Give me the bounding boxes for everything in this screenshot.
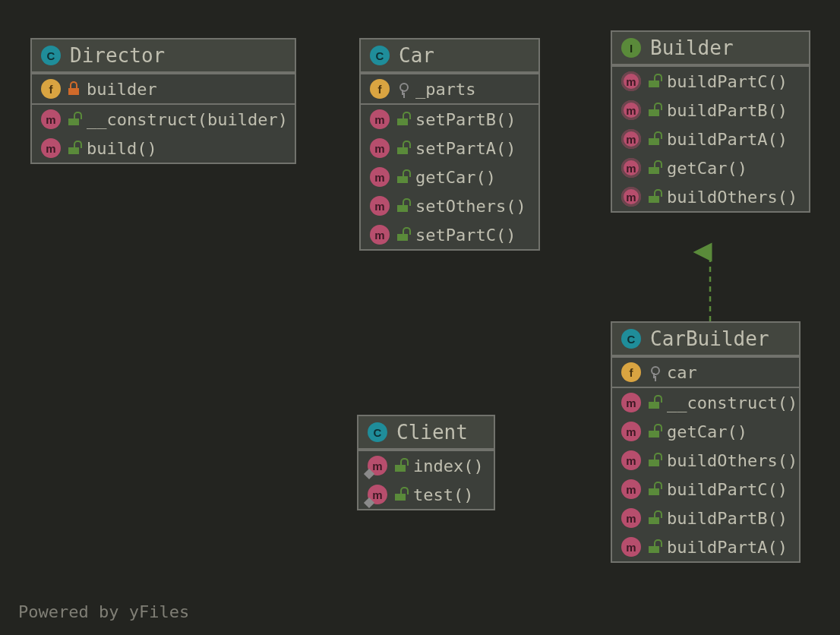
member-label: setPartC() bbox=[415, 226, 516, 245]
member-label: buildPartC() bbox=[667, 480, 788, 499]
public-icon bbox=[397, 171, 408, 183]
public-icon bbox=[649, 396, 659, 409]
member-row: mbuildPartA() bbox=[612, 532, 799, 561]
member-label: setOthers() bbox=[415, 197, 526, 216]
method-icon: m bbox=[621, 100, 641, 120]
member-row: mgetCar() bbox=[612, 153, 809, 182]
class-icon: C bbox=[621, 329, 641, 349]
member-row: msetOthers() bbox=[361, 191, 538, 220]
member-label: __construct() bbox=[667, 393, 797, 412]
public-icon bbox=[649, 191, 659, 203]
member-row: mbuildPartA() bbox=[612, 125, 809, 153]
member-row: mbuild() bbox=[32, 134, 295, 163]
member-row: mbuildPartC() bbox=[612, 65, 809, 96]
fields-section: f_parts bbox=[361, 73, 538, 103]
method-icon: m bbox=[621, 158, 641, 178]
interface-icon: I bbox=[621, 38, 641, 58]
member-label: getCar() bbox=[667, 159, 747, 178]
member-row: msetPartB() bbox=[361, 103, 538, 134]
member-label: getCar() bbox=[415, 168, 496, 187]
method-icon: m bbox=[41, 138, 61, 158]
class-title: I Builder bbox=[612, 32, 809, 65]
uml-class-carbuilder[interactable]: C CarBuilder fcar m__construct()mgetCar(… bbox=[611, 321, 801, 563]
public-icon bbox=[649, 133, 659, 145]
class-icon: C bbox=[368, 422, 387, 442]
private-icon bbox=[68, 83, 79, 95]
method-icon: m bbox=[370, 138, 390, 158]
member-label: build() bbox=[87, 139, 157, 158]
method-icon: m bbox=[621, 129, 641, 149]
member-label: setPartB() bbox=[415, 110, 516, 129]
realization-arrow bbox=[695, 243, 725, 336]
uml-class-car[interactable]: C Car f_parts msetPartB()msetPartA()mget… bbox=[359, 38, 540, 251]
public-icon bbox=[649, 104, 659, 116]
member-row: mtest() bbox=[358, 480, 494, 509]
member-label: buildOthers() bbox=[667, 451, 797, 470]
member-row: mbuildPartC() bbox=[612, 475, 799, 504]
method-icon: m bbox=[621, 537, 641, 557]
field-icon: f bbox=[621, 362, 641, 382]
public-icon bbox=[395, 460, 406, 472]
methods-section: m__construct()mgetCar()mbuildOthers()mbu… bbox=[612, 387, 799, 561]
member-row: m__construct(builder) bbox=[32, 103, 295, 134]
public-icon bbox=[68, 142, 79, 154]
powered-by-label: Powered by yFiles bbox=[18, 602, 189, 621]
method-icon: m bbox=[621, 450, 641, 470]
member-label: buildPartB() bbox=[667, 509, 788, 528]
protected-icon bbox=[397, 83, 408, 95]
class-title: C Director bbox=[32, 39, 295, 73]
method-icon: m bbox=[368, 485, 387, 504]
public-icon bbox=[397, 200, 408, 212]
class-title: C Client bbox=[358, 416, 494, 450]
class-icon: C bbox=[41, 46, 61, 65]
public-icon bbox=[649, 425, 659, 438]
uml-interface-builder[interactable]: I Builder mbuildPartC()mbuildPartB()mbui… bbox=[611, 30, 810, 213]
method-icon: m bbox=[621, 187, 641, 207]
method-icon: m bbox=[621, 393, 641, 412]
public-icon bbox=[649, 454, 659, 466]
class-icon: C bbox=[370, 46, 390, 65]
member-label: builder bbox=[87, 80, 157, 99]
class-name: Builder bbox=[650, 36, 734, 59]
member-row: mbuildPartB() bbox=[612, 96, 809, 125]
uml-class-director[interactable]: C Director fbuilder m__construct(builder… bbox=[30, 38, 296, 164]
class-name: Client bbox=[396, 421, 468, 444]
public-icon bbox=[395, 488, 406, 501]
member-row: mbuildPartB() bbox=[612, 504, 799, 532]
member-label: car bbox=[667, 363, 697, 382]
method-icon: m bbox=[621, 422, 641, 441]
method-icon: m bbox=[370, 109, 390, 129]
member-row: fbuilder bbox=[32, 73, 295, 103]
method-icon: m bbox=[368, 456, 387, 475]
public-icon bbox=[649, 75, 659, 87]
methods-section: msetPartB()msetPartA()mgetCar()msetOther… bbox=[361, 103, 538, 249]
member-row: mgetCar() bbox=[612, 417, 799, 446]
method-icon: m bbox=[621, 508, 641, 528]
member-label: buildOthers() bbox=[667, 188, 797, 207]
class-title: C Car bbox=[361, 39, 538, 73]
member-label: buildPartA() bbox=[667, 130, 788, 149]
member-row: fcar bbox=[612, 356, 799, 387]
member-row: m__construct() bbox=[612, 387, 799, 417]
member-row: f_parts bbox=[361, 73, 538, 103]
protected-icon bbox=[649, 366, 659, 378]
uml-class-client[interactable]: C Client mindex()mtest() bbox=[357, 415, 495, 510]
method-icon: m bbox=[41, 109, 61, 129]
method-icon: m bbox=[370, 196, 390, 216]
member-label: buildPartA() bbox=[667, 538, 788, 557]
public-icon bbox=[649, 162, 659, 174]
field-icon: f bbox=[41, 79, 61, 99]
member-row: msetPartA() bbox=[361, 134, 538, 163]
public-icon bbox=[649, 483, 659, 495]
field-icon: f bbox=[370, 79, 390, 99]
method-icon: m bbox=[621, 479, 641, 499]
member-label: __construct(builder) bbox=[87, 110, 288, 129]
public-icon bbox=[397, 142, 408, 154]
fields-section: fcar bbox=[612, 356, 799, 387]
member-label: setPartA() bbox=[415, 139, 516, 158]
member-row: mbuildOthers() bbox=[612, 446, 799, 475]
class-name: Director bbox=[70, 44, 165, 67]
public-icon bbox=[397, 113, 408, 125]
method-icon: m bbox=[370, 225, 390, 245]
public-icon bbox=[68, 113, 79, 125]
